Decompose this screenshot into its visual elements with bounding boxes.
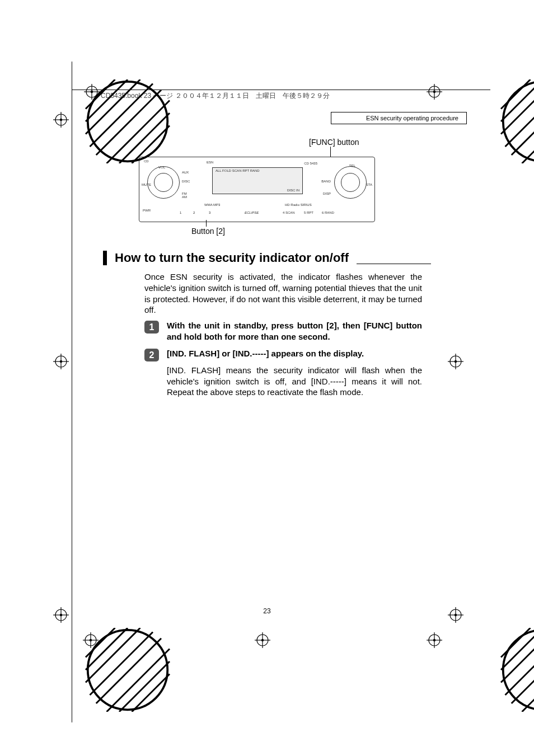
topic-box: ESN security operating procedure [331, 112, 467, 124]
hatched-circle-icon [44, 628, 66, 650]
registration-mark-icon [53, 112, 69, 128]
page-number: 23 [0, 607, 534, 615]
callout-button2-line [206, 220, 207, 227]
callout-button-2: Button [2] [191, 227, 225, 236]
registration-mark-icon [448, 354, 463, 369]
registration-mark-icon [255, 632, 270, 648]
registration-mark-icon [53, 354, 69, 369]
registration-mark-icon [427, 84, 442, 100]
hatched-circle-icon [459, 628, 481, 650]
intro-paragraph: Once ESN security is activated, the indi… [144, 271, 422, 316]
crop-line-top [72, 90, 490, 90]
section-heading: How to turn the security indicator on/of… [103, 251, 431, 265]
step-1-title: With the unit in standby, press button [… [167, 321, 422, 341]
step-2-body: [IND. FLASH] means the security indicato… [167, 365, 422, 398]
registration-mark-icon [83, 632, 99, 648]
heading-bar [103, 251, 107, 265]
registration-mark-icon [84, 84, 100, 100]
heading-rule [357, 264, 431, 264]
step-1: 1 With the unit in standby, press button… [144, 320, 422, 342]
step-2: 2 [IND. FLASH] or [IND.-----] appears on… [144, 348, 422, 398]
device-illustration: CD VOL ESN CD 5435 SEL AUX DISC MUTE FM … [139, 157, 375, 222]
header-strip: CD5435.book 23 ページ ２００４年１２月１１日 土曜日 午後５時２… [101, 91, 330, 101]
crop-line-left [72, 62, 72, 722]
hatched-circle-icon [44, 79, 66, 102]
registration-mark-icon [427, 632, 442, 648]
callout-func-button: [FUNC] button [309, 138, 359, 147]
step-badge-1: 1 [144, 321, 159, 334]
hatched-circle-icon [459, 79, 481, 102]
heading-text: How to turn the security indicator on/of… [115, 251, 349, 265]
step-2-title: [IND. FLASH] or [IND.-----] appears on t… [167, 348, 422, 359]
step-badge-2: 2 [144, 349, 159, 361]
